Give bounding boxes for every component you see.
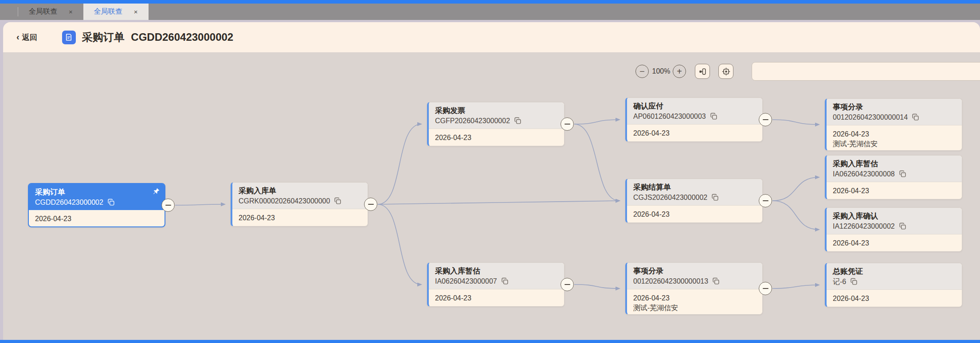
node-code: IA06260423000008 — [833, 169, 956, 179]
node-date: 2026-04-23 — [833, 129, 956, 139]
node-extra: 测试-芜湖信安 — [833, 139, 956, 149]
copy-icon[interactable] — [899, 222, 906, 230]
copy-icon[interactable] — [850, 278, 858, 285]
copy-icon[interactable] — [712, 277, 720, 285]
node-header: 总账凭证记-6 — [827, 263, 962, 290]
edge-n9-n10 — [574, 285, 619, 288]
collapse-toggle-n1[interactable] — [161, 199, 175, 212]
copy-icon[interactable] — [710, 113, 717, 120]
node-header: 事项分录0012026042300000013 — [627, 263, 762, 289]
copy-icon[interactable] — [899, 170, 906, 178]
edge-n10-n11 — [772, 285, 819, 288]
copy-icon[interactable] — [334, 197, 341, 205]
edge-n2-n9 — [378, 204, 421, 285]
node-body: 2026-04-23 — [627, 125, 762, 142]
node-date: 2026-04-23 — [633, 129, 756, 138]
node-body: 2026-04-23 — [429, 129, 564, 147]
node-code: AP0601260423000003 — [633, 111, 756, 121]
node-date: 2026-04-23 — [435, 133, 558, 143]
edge-n1-n2 — [175, 204, 225, 205]
node-body: 2026-04-23测试-芜湖信安 — [627, 289, 762, 317]
collapse-toggle-n2[interactable] — [364, 198, 377, 211]
graph-node-n6[interactable]: 采购结算单CGJS202604230000022026-04-23 — [625, 179, 763, 223]
node-code: CGRK000020260423000000 — [239, 196, 361, 206]
collapse-toggle-n6[interactable] — [759, 194, 772, 207]
graph-node-n9[interactable]: 采购入库暂估IA062604230000072026-04-23 — [427, 262, 564, 307]
minus-icon — [763, 200, 768, 201]
node-body: 2026-04-23 — [627, 206, 762, 223]
node-body: 2026-04-23 — [29, 210, 165, 228]
graph-node-n7[interactable]: 采购入库暂估IA062604230000082026-04-23 — [825, 155, 962, 199]
edge-n2-n3 — [378, 124, 421, 204]
node-body: 2026-04-23测试-芜湖信安 — [827, 125, 962, 153]
minus-icon — [763, 288, 768, 289]
node-header: 采购结算单CGJS20260423000002 — [627, 179, 762, 206]
copy-icon[interactable] — [501, 277, 509, 285]
collapse-toggle-n4[interactable] — [759, 113, 772, 126]
node-title: 采购发票 — [435, 105, 558, 116]
node-header: 采购入库单CGRK000020260423000000 — [232, 183, 368, 209]
node-header: 采购发票CGFP20260423000002 — [429, 102, 564, 129]
node-date: 2026-04-23 — [633, 210, 756, 219]
pin-icon[interactable] — [153, 187, 160, 195]
node-code: IA06260423000007 — [435, 276, 558, 286]
node-title: 采购订单 — [35, 187, 158, 197]
graph-node-n3[interactable]: 采购发票CGFP202604230000022026-04-23 — [427, 102, 564, 146]
node-title: 采购入库暂估 — [435, 266, 558, 276]
copy-icon[interactable] — [711, 194, 719, 201]
node-header: 采购入库暂估IA06260423000007 — [429, 263, 564, 289]
collapse-toggle-n9[interactable] — [561, 278, 574, 291]
graph-node-n5[interactable]: 事项分录00120260423000000142026-04-23测试-芜湖信安 — [825, 98, 962, 151]
minus-icon — [368, 204, 374, 205]
node-title: 确认应付 — [633, 101, 756, 111]
edge-n3-n4 — [574, 120, 619, 124]
node-title: 采购入库确认 — [833, 211, 956, 221]
node-date: 2026-04-23 — [833, 238, 956, 248]
minus-icon — [165, 205, 171, 206]
node-title: 事项分录 — [633, 266, 756, 276]
node-title: 采购结算单 — [633, 182, 756, 192]
edge-n4-n5 — [772, 120, 819, 125]
node-header: 事项分录0012026042300000014 — [827, 99, 962, 125]
graph-node-n10[interactable]: 事项分录00120260423000000132026-04-23测试-芜湖信安 — [625, 262, 763, 315]
collapse-toggle-n3[interactable] — [561, 117, 574, 131]
graph-node-n8[interactable]: 采购入库确认IA122604230000022026-04-23 — [825, 207, 962, 252]
edge-n3-n6 — [574, 124, 619, 201]
node-code: 0012026042300000013 — [633, 276, 756, 286]
collapse-toggle-n10[interactable] — [759, 282, 772, 295]
copy-icon[interactable] — [107, 199, 115, 206]
copy-icon[interactable] — [514, 117, 521, 125]
window-bottom-strip — [0, 340, 980, 343]
graph-canvas[interactable]: 采购订单CGDD2604230000022026-04-23采购入库单CGRK0… — [0, 0, 980, 343]
minus-icon — [763, 119, 768, 120]
node-date: 2026-04-23 — [35, 214, 158, 224]
node-date: 2026-04-23 — [435, 293, 558, 303]
node-date: 2026-04-23 — [239, 213, 361, 223]
graph-node-n11[interactable]: 总账凭证记-62026-04-23 — [825, 263, 962, 307]
node-body: 2026-04-23 — [827, 234, 962, 252]
node-title: 采购入库单 — [239, 186, 361, 196]
node-title: 采购入库暂估 — [833, 159, 956, 169]
node-body: 2026-04-23 — [429, 289, 564, 307]
node-extra: 测试-芜湖信安 — [633, 303, 756, 313]
graph-node-n4[interactable]: 确认应付AP06012604230000032026-04-23 — [625, 97, 763, 142]
node-code: 0012026042300000014 — [833, 112, 956, 122]
node-title: 事项分录 — [833, 102, 956, 112]
node-header: 确认应付AP0601260423000003 — [627, 98, 762, 125]
node-code: CGFP20260423000002 — [435, 116, 558, 126]
node-code: IA12260423000002 — [833, 221, 956, 231]
graph-node-n1[interactable]: 采购订单CGDD2604230000022026-04-23 — [28, 183, 165, 227]
node-code: CGDD260423000002 — [35, 197, 158, 207]
node-date: 2026-04-23 — [833, 186, 956, 196]
minus-icon — [564, 284, 570, 285]
node-code: CGJS20260423000002 — [633, 192, 756, 203]
node-body: 2026-04-23 — [232, 209, 368, 227]
edge-n6-n8 — [772, 201, 819, 230]
node-body: 2026-04-23 — [827, 290, 962, 308]
graph-node-n2[interactable]: 采购入库单CGRK0000202604230000002026-04-23 — [231, 182, 368, 226]
node-code: 记-6 — [833, 277, 956, 287]
node-title: 总账凭证 — [833, 266, 956, 277]
copy-icon[interactable] — [912, 113, 919, 121]
node-header: 采购入库确认IA12260423000002 — [827, 208, 962, 234]
node-date: 2026-04-23 — [633, 293, 756, 303]
